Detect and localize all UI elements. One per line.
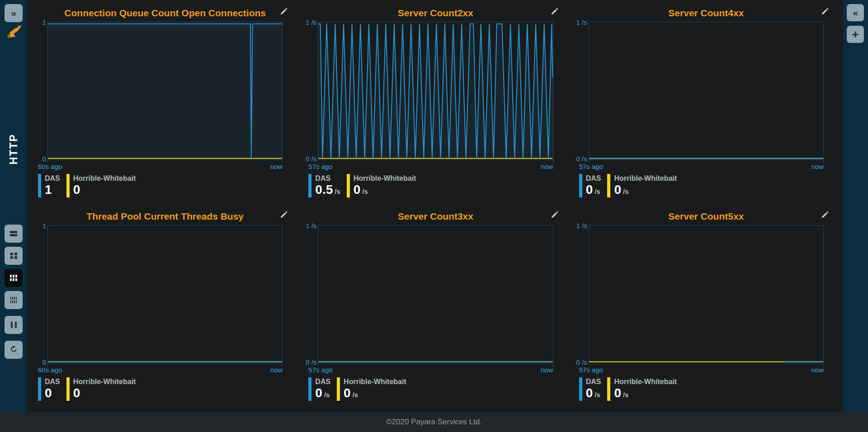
x-axis-start-label: 60s ago (38, 366, 62, 374)
legend-item-das: DAS 0 (38, 377, 60, 402)
expand-sidebar-button[interactable]: » (5, 4, 23, 22)
chart-title: Server Count3xx (398, 211, 473, 222)
series-name: DAS (45, 378, 60, 386)
series-value: 0 (45, 387, 52, 399)
series-name: Horrible-Whitebait (614, 174, 677, 183)
y-axis-min-label: 0 /s (569, 358, 587, 366)
series-color-bar (66, 377, 70, 401)
chart-plot-area: 1 /s 0 /s (589, 225, 824, 363)
chart-plot-area: 1 0 (47, 225, 283, 363)
series-color-bar (607, 174, 610, 197)
chart-panel: Thread Pool Current Threads Busy 1 0 60s… (47, 210, 283, 402)
y-axis-min-label: 0 /s (569, 155, 587, 163)
x-axis-start-label: 57s ago (579, 366, 603, 374)
series-value: 0 (73, 387, 80, 399)
chart-panel: Server Count5xx 1 /s 0 /s 57s ago now (589, 210, 824, 402)
pencil-icon (280, 213, 288, 220)
grid-3x2-icon (10, 275, 17, 281)
y-axis-max-label: 1 (28, 222, 46, 230)
chart-plot-area: 1 /s 0 /s (318, 22, 553, 160)
chart-title: Server Count2xx (398, 8, 473, 19)
series-unit: /s (335, 188, 340, 195)
edit-chart-button[interactable] (280, 7, 288, 17)
series-name: DAS (315, 378, 330, 386)
x-axis-start-label: 57s ago (579, 163, 603, 170)
series-unit: /s (353, 391, 359, 398)
chevron-double-left-icon: « (853, 7, 858, 18)
footer: ©2020 Payara Services Ltd. (0, 412, 868, 432)
x-axis-end-label: now (811, 163, 824, 170)
series-value: 0 (586, 183, 593, 196)
left-sidebar: » HTTP (0, 0, 27, 412)
pencil-icon (280, 10, 288, 17)
edit-chart-button[interactable] (821, 211, 829, 220)
edit-chart-button[interactable] (280, 211, 288, 220)
series-name: Horrible-Whitebait (354, 174, 416, 183)
series-color-bar (347, 174, 350, 197)
chart-panel: Server Count4xx 1 /s 0 /s 57s ago now (589, 6, 824, 198)
app-window: » HTTP (0, 0, 868, 412)
y-axis-min-label: 0 (28, 358, 46, 366)
chart-title: Server Count4xx (668, 8, 744, 19)
grid-2x2-icon (10, 253, 17, 259)
page-section-label: HTTP (0, 134, 27, 164)
legend-item-horrible-whitebait: Horrible-Whitebait 0/s (607, 377, 677, 402)
chart-legend: DAS 1 Horrible-Whitebait 0 (38, 174, 283, 198)
y-axis-max-label: 1 /s (569, 222, 587, 230)
edit-chart-button[interactable] (551, 7, 559, 17)
legend-item-horrible-whitebait: Horrible-Whitebait 0/s (337, 377, 406, 402)
series-unit: /s (594, 188, 600, 195)
chevron-double-right-icon: » (11, 8, 16, 19)
charts-grid: Connection Queue Count Open Connections … (27, 0, 843, 412)
chart-panel: Connection Queue Count Open Connections … (47, 6, 283, 198)
chart-legend: DAS 0 Horrible-Whitebait 0 (38, 377, 283, 402)
series-value: 0 (73, 183, 80, 196)
refresh-button[interactable] (5, 341, 23, 359)
legend-item-das: DAS 0.5/s (308, 174, 340, 198)
y-axis-min-label: 0 (28, 155, 46, 163)
series-color-bar (308, 174, 311, 197)
x-axis-start-label: 57s ago (308, 366, 332, 374)
chart-panel: Server Count2xx 1 /s 0 /s 57s ago now (318, 6, 553, 198)
grid-4x2-icon (10, 297, 17, 303)
series-color-bar (66, 174, 70, 197)
refresh-icon (10, 344, 18, 355)
x-axis-start-label: 57s ago (308, 163, 332, 170)
rows-layout-icon (10, 231, 17, 236)
layout-grid-2x2-button[interactable] (5, 247, 23, 265)
collapse-panel-button[interactable]: « (847, 4, 864, 21)
pencil-icon (821, 213, 829, 220)
series-value: 0 (344, 387, 351, 399)
series-color-bar (38, 377, 41, 401)
y-axis-min-label: 0 /s (298, 155, 316, 163)
series-value: 0 (614, 183, 621, 196)
add-chart-button[interactable]: + (847, 26, 864, 43)
edit-chart-button[interactable] (821, 7, 829, 17)
series-unit: /s (623, 391, 629, 398)
legend-item-horrible-whitebait: Horrible-Whitebait 0 (66, 377, 136, 402)
layout-grid-3x2-button[interactable] (5, 269, 23, 287)
series-color-bar (38, 174, 41, 197)
series-name: DAS (45, 174, 60, 183)
chart-legend: DAS 0/s Horrible-Whitebait 0/s (579, 174, 824, 198)
series-unit: /s (324, 391, 330, 398)
x-axis-end-label: now (270, 366, 283, 374)
layout-rows-button[interactable] (5, 225, 23, 243)
series-unit: /s (594, 391, 600, 398)
series-name: DAS (586, 174, 601, 183)
pause-icon (11, 322, 17, 328)
layout-grid-4x2-button[interactable] (5, 291, 23, 309)
chart-legend: DAS 0/s Horrible-Whitebait 0/s (579, 377, 824, 402)
series-name: Horrible-Whitebait (344, 378, 406, 386)
series-color-bar (607, 377, 610, 401)
series-color-bar (337, 377, 340, 401)
chart-legend: DAS 0.5/s Horrible-Whitebait 0/s (308, 174, 553, 198)
pencil-icon (551, 10, 559, 17)
y-axis-min-label: 0 /s (298, 358, 316, 366)
edit-chart-button[interactable] (551, 211, 559, 220)
x-axis-end-label: now (811, 366, 824, 374)
copyright-text: ©2020 Payara Services Ltd. (386, 418, 482, 427)
series-value: 0 (354, 183, 361, 196)
pause-updates-button[interactable] (5, 316, 23, 334)
series-unit: /s (623, 188, 629, 195)
